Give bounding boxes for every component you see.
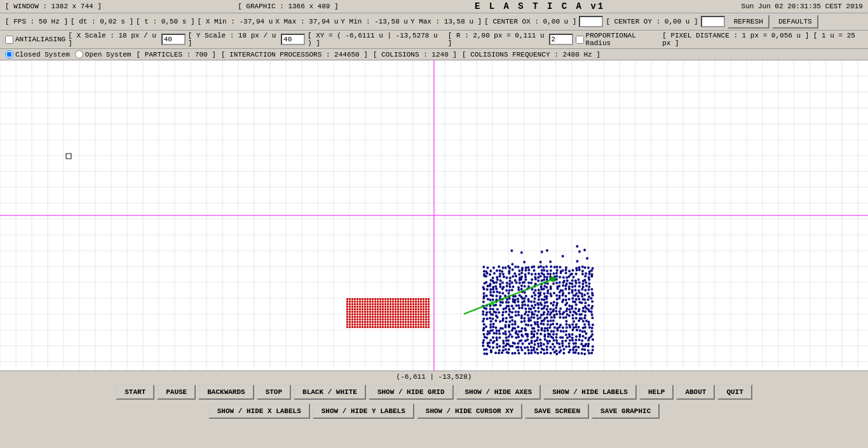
closed-system-radio[interactable] bbox=[5, 50, 13, 58]
app-name: E L A S T I C A v1 bbox=[475, 1, 605, 11]
xy-label: [ XY = ( -6,6111 u | -13,5278 u ) ] bbox=[308, 32, 445, 47]
t-label: [ t : 0,50 s ] bbox=[136, 18, 194, 25]
yscale-label: [ Y Scale : 18 px / u ] bbox=[188, 32, 278, 47]
antialiasing-label[interactable]: ANTIALIASING bbox=[5, 36, 65, 44]
xscale-label: [ X Scale : 18 px / u ] bbox=[68, 32, 158, 47]
controls-row3: Closed System Open System [ PARTICLES : … bbox=[0, 49, 868, 60]
open-system-radio[interactable] bbox=[75, 50, 83, 58]
center-oy-label: [ CENTER OY : 0,00 u ] bbox=[606, 18, 698, 25]
proportional-checkbox[interactable] bbox=[576, 36, 584, 44]
fps-label: [ FPS : 50 Hz ] bbox=[5, 18, 68, 25]
particles-info: [ PARTICLES : 700 ] bbox=[136, 51, 215, 58]
help-button[interactable]: HELP bbox=[639, 384, 674, 400]
r-label: [ R : 2,00 px = 0,111 u ] bbox=[448, 32, 546, 47]
simulation-canvas[interactable] bbox=[0, 60, 868, 370]
graphic-info: [ GRAPHIC : 1366 x 489 ] bbox=[238, 3, 338, 10]
datetime: Sun Jun 02 20:31:35 CEST 2019 bbox=[742, 3, 863, 10]
xmax-label: X Max : 37,94 u bbox=[275, 18, 338, 25]
defaults-button[interactable]: DEFAULTS bbox=[772, 15, 818, 29]
stop-button[interactable]: STOP bbox=[257, 384, 291, 400]
show-hide-x-labels-button[interactable]: SHOW / HIDE X LABELS bbox=[208, 404, 310, 419]
dt-label: [ dt : 0,02 s ] bbox=[71, 18, 133, 25]
about-button[interactable]: ABOUT bbox=[676, 384, 715, 400]
cursor-position: (-6,611 | -13,528) bbox=[397, 373, 472, 381]
antialiasing-checkbox[interactable] bbox=[5, 36, 13, 44]
quit-button[interactable]: QUIT bbox=[717, 384, 752, 400]
proportional-label[interactable]: PROPORTIONAL Radius bbox=[576, 32, 660, 47]
refresh-button[interactable]: REFRESH bbox=[728, 15, 770, 29]
canvas-area[interactable] bbox=[0, 60, 868, 371]
collisions-info: [ COLISIONS : 1240 ] bbox=[373, 51, 457, 58]
ymin-label: Y Min : -13,58 u bbox=[341, 18, 408, 25]
center-ox-label: [ CENTER OX : 0,00 u ] bbox=[484, 18, 576, 25]
controls-row1: [ FPS : 50 Hz ] [ dt : 0,02 s ] [ t : 0,… bbox=[0, 13, 868, 31]
top-bar: [ WINDOW : 1382 x 744 ] [ GRAPHIC : 1366… bbox=[0, 0, 868, 13]
closed-system-label[interactable]: Closed System bbox=[5, 50, 70, 58]
show-hide-grid-button[interactable]: SHOW / HIDE GRID bbox=[369, 384, 454, 400]
show-hide-labels-button[interactable]: SHOW / HIDE LABELS bbox=[543, 384, 637, 400]
controls-row2: ANTIALIASING [ X Scale : 18 px / u ] [ Y… bbox=[0, 31, 868, 49]
center-ox-input[interactable] bbox=[579, 16, 603, 27]
yscale-input[interactable] bbox=[281, 34, 305, 45]
r-input[interactable] bbox=[549, 34, 573, 45]
backwards-button[interactable]: BACKWARDS bbox=[198, 384, 254, 400]
bottom-buttons-row2: SHOW / HIDE X LABELS SHOW / HIDE Y LABEL… bbox=[0, 402, 868, 421]
pixel-dist-label: [ PIXEL DISTANCE : 1 px = 0,056 u ] [ 1 … bbox=[662, 32, 863, 47]
bottom-buttons-row1: START PAUSE BACKWARDS STOP BLACK / WHITE… bbox=[0, 383, 868, 402]
show-hide-cursor-xy-button[interactable]: SHOW / HIDE CURSOR XY bbox=[417, 404, 523, 419]
open-system-label[interactable]: Open System bbox=[75, 50, 132, 58]
collision-freq-info: [ COLISIONS FREQUENCY : 2480 Hz ] bbox=[462, 51, 600, 58]
show-hide-y-labels-button[interactable]: SHOW / HIDE Y LABELS bbox=[313, 404, 414, 419]
window-info: [ WINDOW : 1382 x 744 ] bbox=[5, 3, 102, 10]
black-white-button[interactable]: BLACK / WHITE bbox=[294, 384, 366, 400]
show-hide-axes-button[interactable]: SHOW / HIDE AXES bbox=[456, 384, 541, 400]
save-graphic-button[interactable]: SAVE GRAPHIC bbox=[592, 404, 660, 419]
status-bar: (-6,611 | -13,528) bbox=[0, 371, 868, 383]
center-oy-input[interactable] bbox=[701, 16, 725, 27]
xscale-input[interactable] bbox=[161, 34, 186, 45]
save-screen-button[interactable]: SAVE SCREEN bbox=[525, 404, 589, 419]
xmin-label: [ X Min : -37,94 u bbox=[197, 18, 273, 25]
pause-button[interactable]: PAUSE bbox=[157, 384, 196, 400]
start-button[interactable]: START bbox=[116, 384, 154, 400]
interaction-processors-info: [ INTERACTION PROCESSORS : 244650 ] bbox=[221, 51, 368, 58]
ymax-label: Y Max : 13,58 u ] bbox=[410, 18, 482, 25]
